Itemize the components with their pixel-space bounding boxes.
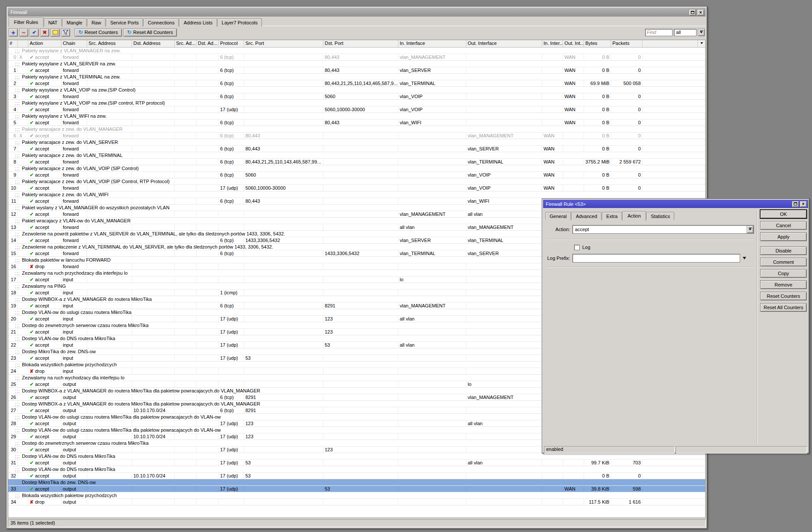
comment-row[interactable]: ;;;Pakiety wracajace z zew. do VLAN_WIFI (8, 191, 705, 198)
column-header-protocol[interactable]: Protocol (219, 40, 244, 47)
filter-button[interactable] (61, 28, 70, 37)
tab-layer7-protocols[interactable]: Layer7 Protocols (217, 18, 262, 27)
rule-row-6[interactable]: 6X✔acceptforward6 (tcp)80,443vlan_MANAGE… (8, 133, 705, 139)
apply-button[interactable]: Apply (760, 232, 807, 241)
enable-button[interactable]: ✔ (30, 28, 39, 37)
minus-icon: − (22, 29, 26, 36)
rule-row-9[interactable]: 9✔acceptforward6 (tcp)5060vlan_VOIPWAN0 … (8, 172, 705, 178)
add-button[interactable]: + (9, 28, 18, 37)
comment-row[interactable]: ;;;Pakiety wysylane z VLAN_SERVER na zew… (8, 61, 705, 67)
column-header-dst-address[interactable]: Dst. Address (132, 40, 175, 47)
comment-row[interactable]: ;;;Dostep VLAN-ow do DNS routera MikroTi… (8, 466, 705, 473)
rule-row-2[interactable]: 2✔acceptforward6 (tcp)80,443,21,25,110,1… (8, 80, 705, 87)
remove-button[interactable]: − (19, 28, 28, 37)
column-header-bytes[interactable]: Bytes (584, 40, 611, 47)
tab-raw[interactable]: Raw (87, 18, 105, 27)
dialog-titlebar[interactable]: Firewall Rule <53> × (543, 200, 808, 208)
comment-button[interactable] (51, 28, 60, 37)
rule-row-33[interactable]: 33✔acceptoutput17 (udp)53WAN39.8 KiB598 (8, 486, 705, 492)
tab-extra[interactable]: Extra (602, 212, 622, 220)
ok-button[interactable]: OK (760, 210, 807, 218)
comment-row[interactable]: ;;;Pakiety wracajace z zew. do VLAN_SERV… (8, 139, 705, 146)
column-header-[interactable]: # (8, 40, 18, 47)
log-prefix-input[interactable] (572, 254, 740, 263)
copy-button[interactable]: Copy (760, 269, 807, 278)
reset-all-counters-button[interactable]: Reset All Counters (760, 303, 807, 312)
column-header-dst-ad[interactable]: Dst. Ad... (197, 40, 219, 47)
comment-row[interactable]: ;;;Pakiety wracajace z zew. do VLAN_VOIP… (8, 178, 705, 185)
column-select-button[interactable] (697, 40, 705, 47)
comment-row[interactable]: ;;;Dostep MikroTika do zew. DNS-ow (8, 479, 705, 486)
action-dropdown-button[interactable] (747, 225, 754, 233)
tab-connections[interactable]: Connections (143, 18, 179, 27)
comment-row[interactable]: ;;;Pakiety wysylane z VLAN_WIFI na zew. (8, 113, 705, 119)
comment-row[interactable]: ;;;Pakiety wracajace z zew. do VLAN_TERM… (8, 152, 705, 159)
tab-advanced[interactable]: Advanced (571, 212, 601, 220)
tab-action[interactable]: Action (622, 211, 646, 221)
rule-row-32[interactable]: 32✔acceptoutput10.10.170.0/2417 (udp)530… (8, 473, 705, 479)
tab-address-lists[interactable]: Address Lists (179, 18, 217, 27)
column-header-out-interface[interactable]: Out. Interface (466, 40, 542, 47)
rule-row-31[interactable]: 31✔acceptoutput17 (udp)53all vlan99.7 Ki… (8, 460, 705, 466)
tab-nat[interactable]: NAT (44, 18, 62, 27)
rule-row-0[interactable]: 0X✔acceptforward6 (tcp)80,443vlan_MANAGE… (8, 54, 705, 61)
log-prefix-dropdown-icon[interactable] (743, 257, 746, 261)
rule-row-1[interactable]: 1✔acceptforward6 (tcp)80,443vlan_SERVERW… (8, 67, 705, 74)
column-header-flag[interactable] (18, 40, 28, 47)
comment-row[interactable]: ;;;Pakiety wysylane z VLAN_VOIP na zew.(… (8, 100, 705, 106)
action-text: accept (35, 225, 49, 230)
rule-row-34[interactable]: 34✘dropoutput117.5 KiB1 616 (8, 499, 705, 505)
log-checkbox[interactable] (574, 245, 580, 250)
rule-row-3[interactable]: 3✔acceptforward6 (tcp)5060vlan_VOIPWAN0 … (8, 93, 705, 100)
remove-button[interactable]: Remove (760, 280, 807, 289)
comment-row[interactable]: ;;;Pakiety wysylane z VLAN_TERMINAL na z… (8, 74, 705, 80)
dialog-maximize-button[interactable] (792, 201, 799, 207)
column-header-dst-port[interactable]: Dst. Port (323, 40, 398, 47)
disable-button[interactable]: ✖ (40, 28, 49, 37)
column-header-in-inter[interactable]: In. Inter... (542, 40, 563, 47)
tab-general[interactable]: General (545, 212, 571, 220)
comment-prefix: ;;; (15, 166, 20, 171)
tab-mangle[interactable]: Mangle (62, 18, 87, 27)
column-header-src-address[interactable]: Src. Address (87, 40, 132, 47)
cancel-button[interactable]: Cancel (760, 221, 807, 230)
column-header-src-ad[interactable]: Src. Ad... (175, 40, 197, 47)
column-header-action[interactable]: Action (28, 40, 61, 47)
comment-text: Blokada pakietów w lancuchu FORWARD (22, 257, 111, 263)
filter-dropdown-button[interactable] (698, 29, 705, 36)
disable-button[interactable]: Disable (760, 246, 807, 255)
comment-button[interactable]: Comment (760, 258, 807, 266)
maximize-button[interactable] (689, 9, 696, 16)
close-button[interactable]: × (697, 9, 704, 16)
column-header-in-interface[interactable]: In. Interface (398, 40, 466, 47)
comment-row[interactable]: ;;;Pakiety wracajace z zew. do VLAN_MANA… (8, 126, 705, 133)
rule-row-10[interactable]: 10✔acceptforward17 (udp)5060,10000-30000… (8, 185, 705, 191)
comment-row[interactable]: ;;;Blokada wszystkich pakietow przychodz… (8, 492, 705, 499)
reset-counters-button[interactable]: ↻ Reset Counters (75, 28, 122, 37)
cell-chain: forward (61, 106, 87, 113)
rule-row-7[interactable]: 7✔acceptforward6 (tcp)80,443vlan_SERVERW… (8, 146, 705, 152)
comment-row[interactable]: ;;;Pakiety wysylane z VLAN_VOIP na zew.(… (8, 87, 705, 93)
tab-filter-rules[interactable]: Filter Rules (9, 17, 44, 27)
reset-counters-button[interactable]: Reset Counters (760, 292, 807, 300)
comment-row[interactable]: ;;;Dostep VLAN-ow do DNS routera MikroTi… (8, 453, 705, 460)
tab-statistics[interactable]: Statistics (646, 212, 674, 220)
cell-outif (466, 342, 542, 348)
column-header-chain[interactable]: Chain (61, 40, 87, 47)
comment-row[interactable]: ;;;Pakiety wracajace z zew. do VLAN_VOIP… (8, 165, 705, 172)
find-input[interactable] (645, 29, 673, 36)
rule-row-5[interactable]: 5✔acceptforward6 (tcp)80,443vlan_WIFIWAN… (8, 119, 705, 126)
column-header-out-int[interactable]: Out. Int... (563, 40, 584, 47)
comment-row[interactable]: ;;;Pakiety wysylane z VLAN_MANAGER na ze… (8, 48, 705, 54)
dialog-close-button[interactable]: × (800, 201, 807, 207)
window-titlebar[interactable]: Firewall × (8, 8, 706, 17)
action-select[interactable]: accept (572, 225, 754, 234)
filter-select[interactable]: all (674, 29, 696, 36)
column-header-packets[interactable]: Packets (611, 40, 642, 47)
rule-row-8[interactable]: 8✔acceptforward6 (tcp)80,443,21,25,110,1… (8, 159, 705, 165)
column-header-src-port[interactable]: Src. Port (244, 40, 323, 47)
tab-service-ports[interactable]: Service Ports (106, 18, 143, 27)
reset-all-counters-button[interactable]: ↻ Reset All Counters (123, 28, 177, 37)
comment-prefix: ;;; (15, 362, 20, 367)
rule-row-4[interactable]: 4✔acceptforward17 (udp)5060,10000-30000v… (8, 106, 705, 113)
